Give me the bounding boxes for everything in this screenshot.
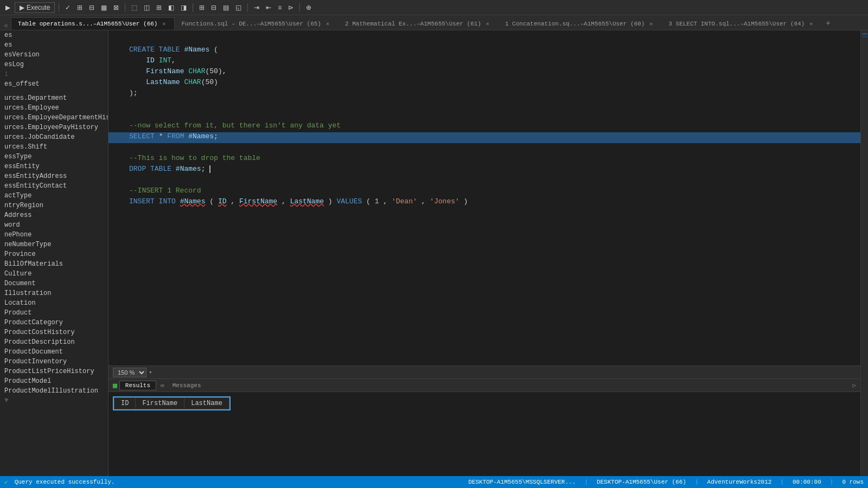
sidebar-item-culture[interactable]: Culture (0, 269, 108, 279)
identifier: #Names (188, 132, 214, 140)
zoom-select[interactable]: 150 % 100 % 125 % 200 % (113, 368, 146, 377)
toolbar-btn3[interactable]: ⊟ (87, 3, 97, 12)
tab-close-button4[interactable]: ✕ (648, 20, 654, 28)
tab-close-button3[interactable]: ✕ (484, 20, 491, 28)
results-tab-results[interactable]: Results (119, 381, 156, 390)
toolbar-btn19[interactable]: ⊕ (304, 3, 314, 12)
toolbar-btn12[interactable]: ⊟ (209, 3, 219, 12)
sidebar-item-address[interactable]: essEntityAddress (0, 171, 108, 181)
execute-button[interactable]: ▶ Execute (15, 2, 55, 13)
toolbar-btn17[interactable]: ≡ (276, 3, 284, 12)
code-line-insert-comment: --INSERT 1 Record (108, 187, 860, 197)
sidebar-item-prodmodelillus[interactable]: ProductModelIllustration (0, 386, 108, 396)
sidebar-item[interactable]: i (0, 69, 108, 79)
sidebar-item-shift[interactable]: urces.Shift (0, 142, 108, 152)
sidebar-item-location[interactable]: Location (0, 298, 108, 308)
zoom-bar: 150 % 100 % 125 % 200 % ▾ (108, 365, 860, 378)
tab-label: 1 Concatenation.sq...–A1M5655\User (60) (505, 21, 644, 27)
string: 'Jones' (430, 197, 459, 206)
results-tab-label: Results (125, 382, 150, 389)
sidebar-item-numtype[interactable]: neNumberType (0, 240, 108, 249)
sidebar-item-product[interactable]: Product (0, 308, 108, 318)
toolbar: ▶ ▶ Execute ✓ ⊞ ⊟ ▦ ⊠ ⬚ ◫ ⊞ ◧ ◨ ⊞ ⊟ ▤ ◱ … (0, 0, 868, 15)
status-separator2: | (695, 479, 699, 485)
status-right: DESKTOP-A1M5655\MSSQLSERVER... | DESKTOP… (468, 479, 864, 485)
toolbar-btn14[interactable]: ◱ (233, 3, 244, 12)
toolbar-btn2[interactable]: ⊞ (75, 3, 85, 12)
toolbar-btn18[interactable]: ⊳ (286, 3, 296, 12)
punctuation: (50) (201, 78, 218, 86)
results-tab-messages[interactable]: Messages (167, 381, 207, 390)
toolbar-btn7[interactable]: ◫ (142, 3, 152, 12)
code-line (108, 100, 860, 111)
tab-functions[interactable]: Functions.sql – DE...–A1M5655\User (65) … (175, 17, 338, 30)
sidebar-item-word[interactable]: word (0, 220, 108, 230)
status-separator: | (584, 479, 588, 485)
sidebar-item-entity[interactable]: essEntity (0, 162, 108, 171)
sidebar-item-prodprice[interactable]: ProductListPriceHistory (0, 367, 108, 376)
sidebar-item-acttype[interactable]: actType (0, 191, 108, 201)
toolbar-btn16[interactable]: ⇤ (264, 3, 273, 12)
sidebar-item-phone[interactable]: nePhone (0, 230, 108, 240)
code-line (108, 143, 860, 154)
tab-select-into[interactable]: 3 SELECT INTO.sql...–A1M5655\User (64) ✕ (661, 17, 821, 30)
sidebar-item-prodinv[interactable]: ProductInventory (0, 357, 108, 367)
tab-table-operations[interactable]: Table operations.s...–A1M5655\User (66) … (11, 17, 174, 30)
sidebar-item-prodcost[interactable]: ProductCostHistory (0, 328, 108, 337)
sidebar-item-address2[interactable]: Address (0, 210, 108, 220)
results-collapse-btn[interactable]: ▷ (852, 382, 856, 389)
punctuation: ( (366, 197, 371, 206)
status-server: DESKTOP-A1M5655\MSSQLSERVER... (468, 479, 576, 485)
tab-bar: ◁ Table operations.s...–A1M5655\User (66… (0, 15, 868, 30)
toolbar-btn5[interactable]: ⊠ (111, 3, 121, 12)
sidebar-item-province[interactable]: Province (0, 249, 108, 259)
toolbar-btn13[interactable]: ▤ (221, 3, 231, 12)
tab-close-icon-left[interactable]: ◁ (0, 21, 11, 30)
sidebar-item-prodmodel[interactable]: ProductModel (0, 376, 108, 386)
sidebar-item[interactable]: es (0, 30, 108, 40)
results-table-wrapper: ID FirstName LastName (113, 396, 231, 410)
toolbar-separator4 (247, 3, 248, 12)
editor-container: CREATE TABLE #Names ( ID INT, FirstName (108, 30, 860, 476)
sidebar-item-document[interactable]: Document (0, 279, 108, 288)
sidebar-item-emp-pay[interactable]: urces.EmployeePayHistory (0, 123, 108, 132)
toolbar-btn4[interactable]: ▦ (99, 3, 109, 12)
sidebar-item-contact[interactable]: essEntityContact (0, 181, 108, 191)
toolbar-btn15[interactable]: ⇥ (252, 3, 261, 12)
code-line: FirstName CHAR(50), (108, 67, 860, 78)
toolbar-debug-btn[interactable]: ▶ (3, 3, 12, 12)
toolbar-btn6[interactable]: ⬚ (129, 3, 139, 12)
sidebar-item-region[interactable]: ntryRegion (0, 201, 108, 210)
sidebar-item-esstype[interactable]: essType (0, 152, 108, 162)
sidebar-item[interactable]: es_offset (0, 79, 108, 89)
sidebar-item-employee[interactable]: urces.Employee (0, 103, 108, 113)
tab-close-button[interactable]: ✕ (161, 20, 167, 28)
tab-concat[interactable]: 1 Concatenation.sq...–A1M5655\User (60) … (498, 17, 661, 30)
sidebar-item-proddoc[interactable]: ProductDocument (0, 347, 108, 357)
sidebar-item[interactable]: esVersion (0, 50, 108, 60)
sidebar-item-bom[interactable]: BillOfMaterials (0, 259, 108, 269)
tab-close-button5[interactable]: ✕ (808, 20, 814, 28)
toolbar-check-btn[interactable]: ✓ (63, 3, 73, 12)
tab-close-button2[interactable]: ✕ (324, 20, 331, 28)
sidebar-item-proddesc[interactable]: ProductDescription (0, 337, 108, 347)
sidebar-item[interactable]: es (0, 40, 108, 50)
toolbar-btn9[interactable]: ◧ (166, 3, 176, 12)
punctuation: , (282, 197, 286, 206)
sidebar-item-job[interactable]: urces.JobCandidate (0, 132, 108, 142)
sidebar-item[interactable]: esLog (0, 60, 108, 69)
keyword: SELECT (129, 132, 155, 140)
code-editor[interactable]: CREATE TABLE #Names ( ID INT, FirstName (108, 30, 860, 365)
sidebar-item-prodcat[interactable]: ProductCategory (0, 318, 108, 328)
code-line-insert: INSERT INTO #Names ( ID , FirstName , La… (108, 197, 860, 208)
tab-math[interactable]: 2 Mathematical Ex...–A1M5655\User (61) ✕ (338, 17, 498, 30)
toolbar-separator (59, 3, 59, 12)
sidebar-item-department[interactable]: urces.Department (0, 93, 108, 103)
toolbar-btn11[interactable]: ⊞ (197, 3, 207, 12)
tab-add-button[interactable]: + (821, 17, 834, 30)
sidebar-item-emp-dept[interactable]: urces.EmployeeDepartmentHistory (0, 113, 108, 123)
toolbar-btn8[interactable]: ⊞ (154, 3, 164, 12)
sidebar-item-illustration[interactable]: Illustration (0, 288, 108, 298)
toolbar-btn10[interactable]: ◨ (178, 3, 189, 12)
sidebar-scroll-arrow[interactable]: ▼ (4, 396, 9, 404)
